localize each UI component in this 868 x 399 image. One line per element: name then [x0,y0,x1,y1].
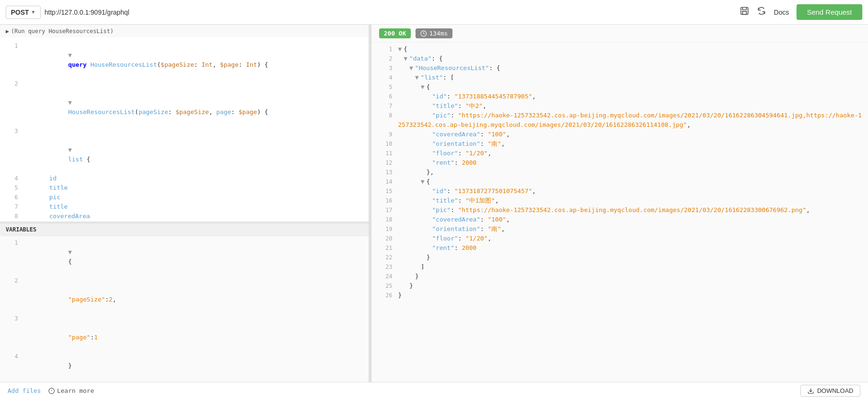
query-line-1: 1 ▼ query HouseResourcesList($pageSize: … [0,41,369,79]
response-header: 200 OK 134ms [372,25,868,43]
resp-line-22: 22 } [372,253,868,262]
method-dropdown[interactable]: POST ▼ [6,6,41,19]
refresh-button[interactable] [757,6,766,18]
query-line-9: 9orientation [0,221,369,222]
resp-line-19: 19 "orientation": "南", [372,224,868,234]
method-label: POST [11,9,29,16]
variables-section: VARIABLES 1 ▼ { 2 "pageSize":2, [0,223,369,382]
url-input[interactable] [44,9,736,16]
run-query-bar[interactable]: ▶ (Run query HouseResourcesList) [0,25,369,37]
time-value: 134ms [429,30,448,37]
resp-line-24: 24 } [372,272,868,281]
resp-line-9: 9 "coveredArea": "100", [372,130,868,139]
run-query-label: (Run query HouseResourcesList) [11,28,114,35]
resp-line-17: 17 "pic": "https://haoke-1257323542.cos.… [372,205,868,215]
resp-line-6: 6 "id": "1373188544545787905", [372,92,868,101]
save-button[interactable] [740,6,749,18]
status-badge: 200 OK [379,28,411,38]
query-line-3: 3 ▼ list { [0,126,369,174]
add-files-link[interactable]: Add files [8,387,41,394]
download-label: DOWNLOAD [817,387,853,394]
var-line-2: 2 "pageSize":2, [0,276,369,314]
resp-line-16: 16 "title": "中1加图", [372,196,868,205]
resp-line-10: 10 "orientation": "南", [372,139,868,149]
play-icon: ▶ [6,28,9,35]
query-line-5: 5title [0,183,369,193]
resp-line-20: 20 "floor": "1/20", [372,234,868,243]
response-body[interactable]: 1 ▼{ 2 ▼"data": { 3 ▼"HouseResourcesList… [372,43,868,382]
variables-body[interactable]: 1 ▼ { 2 "pageSize":2, 3 [0,236,369,382]
main-area: ▶ (Run query HouseResourcesList) 1 ▼ que… [0,25,868,382]
resp-line-14: 14 ▼{ [372,177,868,186]
resp-line-18: 18 "coveredArea": "100", [372,215,868,224]
resp-line-1: 1 ▼{ [372,44,868,54]
query-line-2: 2 ▼ HouseResourcesList(pageSize: $pageSi… [0,79,369,126]
var-line-1: 1 ▼ { [0,238,369,276]
variables-label: VARIABLES [0,223,369,236]
response-code-block: 1 ▼{ 2 ▼"data": { 3 ▼"HouseResourcesList… [372,44,868,300]
info-icon [48,388,55,394]
topbar: POST ▼ Docs Send Request [0,0,868,25]
query-line-6: 6pic [0,193,369,202]
query-editor[interactable]: 1 ▼ query HouseResourcesList($pageSize: … [0,37,369,222]
resp-line-7: 7 "title": "中2", [372,101,868,111]
resp-line-23: 23 ] [372,262,868,272]
query-line-4: 4id [0,174,369,183]
var-line-4: 4 } [0,352,369,380]
right-panel: 200 OK 134ms 1 ▼{ 2 ▼"data": { 3 ▼"House… [372,25,868,382]
download-icon [807,388,814,394]
var-line-3: 3 "page":1 [0,314,369,352]
query-line-8: 8coveredArea [0,212,369,221]
docs-button[interactable]: Docs [774,9,789,16]
topbar-actions: Docs Send Request [740,4,862,20]
resp-line-26: 26 } [372,291,868,300]
send-request-button[interactable]: Send Request [797,4,862,20]
download-button[interactable]: DOWNLOAD [800,385,860,397]
bottom-bar: Add files Learn more DOWNLOAD [0,382,868,399]
resp-line-12: 12 "rent": 2000 [372,158,868,168]
query-line-7: 7title [0,202,369,212]
learn-more-label: Learn more [57,387,94,394]
time-badge: 134ms [416,28,452,38]
resp-line-21: 21 "rent": 2000 [372,243,868,253]
learn-more-link[interactable]: Learn more [48,387,94,394]
resp-line-11: 11 "floor": "1/20", [372,149,868,158]
resp-line-13: 13 }, [372,168,868,177]
resp-line-8: 8 "pic": "https://haoke-1257323542.cos.a… [372,111,868,130]
resp-line-25: 25 } [372,281,868,291]
resp-line-15: 15 "id": "1373187277501075457", [372,186,868,196]
left-panel: ▶ (Run query HouseResourcesList) 1 ▼ que… [0,25,369,382]
resp-line-3: 3 ▼"HouseResourcesList": { [372,63,868,73]
method-arrow-icon: ▼ [31,9,35,15]
query-code-block: 1 ▼ query HouseResourcesList($pageSize: … [0,41,369,222]
resp-line-2: 2 ▼"data": { [372,54,868,63]
resp-line-5: 5 ▼{ [372,82,868,92]
resp-line-4: 4 ▼"list": [ [372,73,868,82]
